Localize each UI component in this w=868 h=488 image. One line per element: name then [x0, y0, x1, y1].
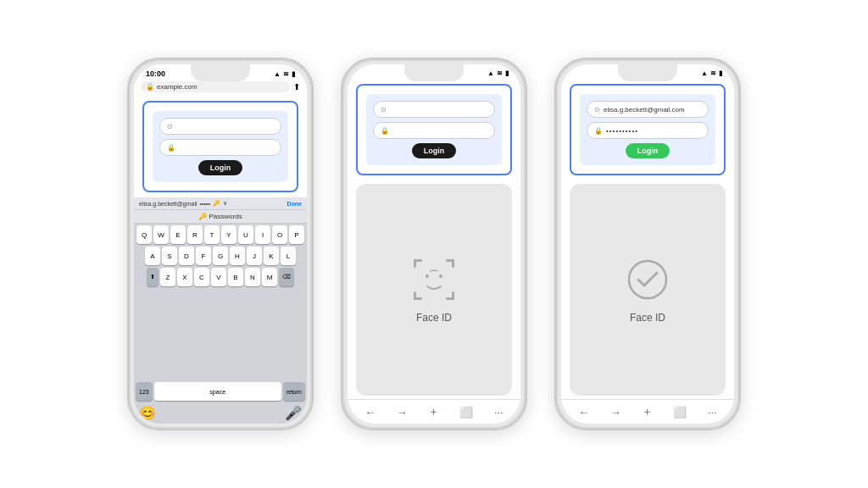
key-x[interactable]: X	[177, 268, 192, 286]
notch	[191, 64, 250, 81]
key-c[interactable]: C	[194, 268, 209, 286]
key-u[interactable]: U	[238, 225, 253, 244]
key-n[interactable]: N	[245, 268, 260, 286]
password-field-1[interactable]: 🔒	[159, 139, 281, 156]
password-value: ••••••••••	[606, 127, 638, 135]
svg-rect-3	[452, 259, 454, 268]
key-s[interactable]: S	[162, 247, 177, 265]
key-shift[interactable]: ⬆	[147, 268, 159, 286]
key-w[interactable]: W	[153, 225, 169, 244]
key-i[interactable]: I	[255, 225, 270, 244]
key-g[interactable]: G	[213, 247, 228, 265]
lock-icon-field: 🔒	[167, 144, 175, 152]
password-field-2[interactable]: 🔒	[373, 122, 495, 139]
url-bar[interactable]: 🔒 example.com	[141, 81, 290, 92]
url-text: example.com	[157, 83, 198, 91]
faceid-panel: Face ID	[356, 184, 512, 396]
key-h[interactable]: H	[230, 247, 245, 265]
time: 10:00	[146, 69, 165, 78]
key-d[interactable]: D	[179, 247, 194, 265]
login-button-3[interactable]: Login	[626, 143, 670, 158]
wifi-icon-2: ≋	[497, 69, 503, 77]
phone-keyboard: 10:00 ▲ ≋ ▮ 🔒 example.com ⬆	[127, 58, 314, 430]
login-card-1: ⊙ 🔒 Login	[142, 101, 298, 192]
key-a[interactable]: A	[145, 247, 160, 265]
key-t[interactable]: T	[204, 225, 220, 244]
mic-icon[interactable]: 🎤	[285, 405, 302, 421]
key-v[interactable]: V	[211, 268, 226, 286]
key-row-1: Q W E R T Y U I O P	[136, 225, 305, 244]
notch-2	[404, 64, 464, 81]
svg-point-8	[426, 274, 429, 278]
key-b[interactable]: B	[228, 268, 243, 286]
key-z[interactable]: Z	[160, 268, 175, 286]
key-m[interactable]: M	[262, 268, 277, 286]
plus-icon-3[interactable]: ＋	[642, 404, 653, 419]
chevron-down-icon: ∨	[223, 200, 227, 207]
phone-faceid: ▲ ≋ ▮ ⊙ 🔒 Login	[341, 58, 527, 430]
key-r[interactable]: R	[187, 225, 203, 244]
faceid-success-label: Face ID	[630, 312, 665, 324]
key-j[interactable]: J	[247, 247, 262, 265]
key-row-3: ⬆ Z X C V B N M ⌫	[136, 268, 305, 286]
phone-faceid-success-screen: ▲ ≋ ▮ ⊙ elisa.g.beckett@gmail.com 🔒	[561, 64, 734, 424]
key-l[interactable]: L	[281, 247, 296, 265]
back-icon[interactable]: ←	[364, 406, 376, 419]
login-card-2: ⊙ 🔒 Login	[356, 84, 512, 175]
passwords-row[interactable]: 🔑 Passwords	[134, 210, 307, 224]
signal-icon-3: ▲	[701, 69, 708, 77]
key-space[interactable]: space	[154, 382, 281, 401]
key-e[interactable]: E	[170, 225, 186, 244]
password-field-3[interactable]: 🔒 ••••••••••	[587, 122, 709, 139]
faceid-scan-icon	[410, 256, 458, 303]
tabs-icon[interactable]: ⬜	[459, 406, 473, 419]
wifi-icon: ≋	[283, 70, 289, 78]
forward-icon-3[interactable]: →	[610, 406, 621, 419]
nav-bar-3: ← → ＋ ⬜ ···	[561, 399, 734, 424]
svg-rect-1	[414, 259, 416, 268]
key-f[interactable]: F	[196, 247, 211, 265]
username-field-3[interactable]: ⊙ elisa.g.beckett@gmail.com	[587, 101, 709, 118]
forward-icon[interactable]: →	[397, 406, 408, 419]
key-k[interactable]: K	[264, 247, 279, 265]
wifi-icon-3: ≋	[710, 69, 716, 77]
username-field-1[interactable]: ⊙	[159, 118, 281, 135]
user-icon-3: ⊙	[594, 106, 600, 114]
status-icons-3: ▲ ≋ ▮	[701, 69, 722, 77]
key-row-2: A S D F G H J K L	[136, 247, 305, 265]
more-icon[interactable]: ···	[494, 406, 504, 419]
key-backspace[interactable]: ⌫	[279, 268, 294, 286]
key-o[interactable]: O	[272, 225, 287, 244]
faceid-success-panel: Face ID	[570, 184, 726, 396]
signal-icon-2: ▲	[487, 69, 494, 77]
tabs-icon-3[interactable]: ⬜	[673, 406, 687, 419]
battery-icon: ▮	[292, 70, 295, 78]
key-q[interactable]: Q	[136, 225, 152, 244]
key-p[interactable]: P	[289, 225, 304, 244]
plus-icon[interactable]: ＋	[428, 404, 439, 419]
more-icon-3[interactable]: ···	[708, 406, 717, 419]
user-icon-2: ⊙	[381, 106, 387, 114]
key-y[interactable]: Y	[221, 225, 236, 244]
scene: 10:00 ▲ ≋ ▮ 🔒 example.com ⬆	[0, 0, 868, 488]
share-icon: ⬆	[293, 82, 300, 92]
done-button[interactable]: Done	[287, 201, 303, 207]
phone-faceid-screen: ▲ ≋ ▮ ⊙ 🔒 Login	[348, 64, 520, 424]
login-card-inner-3: ⊙ elisa.g.beckett@gmail.com 🔒 ••••••••••…	[580, 94, 715, 165]
faceid-label: Face ID	[416, 312, 452, 324]
lock-icon-field-2: 🔒	[381, 127, 389, 135]
key-123[interactable]: 123	[136, 382, 153, 401]
signal-icon: ▲	[274, 70, 281, 78]
autofill-bar: elisa.g.beckett@gmail ••••• 🔑 ∨ Done	[134, 197, 307, 210]
username-field-2[interactable]: ⊙	[373, 101, 495, 118]
faceid-checkmark-icon	[624, 256, 671, 303]
emoji-icon[interactable]: 😊	[139, 405, 156, 421]
username-value: elisa.g.beckett@gmail.com	[604, 106, 685, 114]
login-button-1[interactable]: Login	[198, 160, 243, 175]
key-return[interactable]: return	[283, 382, 305, 401]
svg-point-9	[439, 274, 442, 278]
login-button-2[interactable]: Login	[412, 143, 457, 158]
svg-rect-7	[452, 291, 454, 300]
key-icon: 🔑	[213, 200, 220, 207]
back-icon-3[interactable]: ←	[578, 406, 589, 419]
